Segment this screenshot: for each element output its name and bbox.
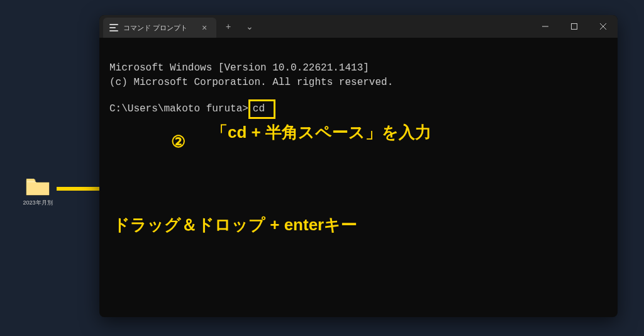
svg-rect-1	[572, 24, 577, 30]
titlebar[interactable]: コマンド プロンプト × + ⌄	[99, 15, 618, 38]
prompt: C:\Users\makoto furuta>	[109, 103, 248, 115]
command-highlight: cd	[248, 99, 275, 119]
maximize-icon	[571, 23, 577, 30]
maximize-button[interactable]	[560, 15, 589, 38]
tab-close-button[interactable]: ×	[199, 23, 210, 33]
folder-label: 2023年月別	[19, 199, 57, 207]
cmd-icon	[109, 24, 118, 31]
terminal-window: コマンド プロンプト × + ⌄ Microsoft Windows [Vers…	[99, 15, 618, 317]
minimize-button[interactable]	[531, 15, 560, 38]
terminal-tab[interactable]: コマンド プロンプト ×	[103, 18, 216, 38]
banner-line-2: (c) Microsoft Corporation. All rights re…	[109, 77, 393, 88]
banner-line-1: Microsoft Windows [Version 10.0.22621.14…	[109, 62, 369, 74]
folder-icon	[25, 176, 50, 196]
annotation-cd-instruction: 「cd + 半角スペース」を入力	[211, 121, 431, 143]
new-tab-button[interactable]: +	[219, 21, 238, 31]
close-icon	[600, 23, 606, 30]
annotation-drag-instruction: ドラッグ＆ドロップ + enterキー	[113, 214, 357, 236]
step-number: ②	[171, 132, 186, 152]
close-button[interactable]	[589, 15, 618, 38]
tab-title: コマンド プロンプト	[123, 23, 194, 33]
window-controls	[531, 15, 618, 38]
desktop-folder[interactable]: 2023年月別	[19, 176, 57, 207]
minimize-icon	[542, 23, 548, 30]
tab-dropdown-button[interactable]: ⌄	[240, 21, 259, 31]
